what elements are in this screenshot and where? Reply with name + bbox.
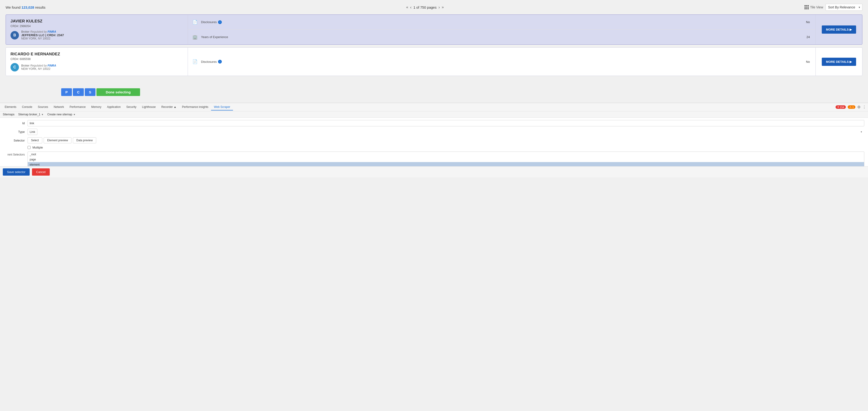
pagination: « ‹ 1 of 750 pages › » — [406, 5, 444, 10]
card-left-1: JAVIER KULESZ CRD#: 2986054 B Broker Reg… — [6, 15, 188, 45]
type-select[interactable]: Link — [28, 129, 37, 135]
c-selector-button[interactable]: C — [73, 88, 84, 96]
prev-page-button[interactable]: ‹ — [410, 5, 411, 10]
selector-label: Selector — [4, 139, 25, 142]
select-button[interactable]: Select — [28, 137, 42, 143]
broker-company-1: JEFFERIES LLC | CRD#: 2347 — [21, 33, 64, 37]
selector-row: Selector Select Element preview Data pre… — [4, 137, 864, 143]
s-selector-button[interactable]: S — [85, 88, 95, 96]
more-icon[interactable]: ⋮ — [862, 105, 866, 109]
disclosures-icon-2: 📄 — [192, 58, 198, 65]
ps-item-page[interactable]: page — [28, 157, 864, 162]
tab-recorder[interactable]: Recorder ▲ — [158, 104, 179, 111]
card-stats-2: 📄 Disclosures i No — [188, 48, 815, 76]
tab-application[interactable]: Application — [104, 104, 124, 111]
create-dropdown-icon: ▼ — [73, 113, 75, 116]
cancel-button[interactable]: Cancel — [32, 168, 50, 176]
result-card-1: JAVIER KULESZ CRD#: 2986054 B Broker Reg… — [6, 14, 862, 45]
page-info: 1 of 750 pages — [413, 5, 437, 9]
id-input[interactable] — [28, 120, 864, 126]
finra-link-2[interactable]: FINRA — [48, 64, 56, 67]
last-page-button[interactable]: » — [442, 5, 444, 9]
selector-buttons: Select Element preview Data preview — [28, 137, 864, 143]
multiple-checkbox[interactable] — [28, 146, 31, 149]
devtools-panel: Elements Console Sources Network Perform… — [0, 103, 868, 177]
info-badge-1[interactable]: i — [218, 20, 222, 24]
card-left-2: RICARDO E HERNANDEZ CRD#: 6085598 C Brok… — [6, 48, 188, 76]
parent-selectors-list[interactable]: _root page element link — [28, 152, 864, 166]
tab-network[interactable]: Network — [51, 104, 67, 111]
tile-view-label: Tile View — [810, 5, 823, 9]
broker-info-1: Broker Regulated by FINRA — [21, 30, 64, 33]
disclosures-icon-1: 📄 — [192, 19, 198, 25]
experience-stat-1: 🏢 Years of Experience 24 — [188, 30, 815, 45]
tab-console[interactable]: Console — [19, 104, 35, 111]
view-controls: Tile View Sort By Relevance — [805, 4, 862, 11]
broker-location-1: NEW YORK, NY 10022 — [21, 37, 64, 40]
broker-name-2: RICARDO E HERNANDEZ — [10, 52, 183, 57]
tab-performance[interactable]: Performance — [67, 104, 89, 111]
id-row: Id — [4, 120, 864, 126]
experience-icon-1: 🏢 — [192, 34, 198, 40]
broker-details-1: Broker Regulated by FINRA JEFFERIES LLC … — [21, 30, 64, 40]
sitemaps-link[interactable]: Sitemaps — [3, 113, 14, 116]
warn-count-badge: ⚠ 1 — [848, 105, 856, 109]
result-card-2: RICARDO E HERNANDEZ CRD#: 6085598 C Brok… — [6, 48, 862, 76]
broker-regulated-2: Regulated by — [30, 64, 48, 67]
ps-item-element[interactable]: element — [28, 162, 864, 166]
tab-sources[interactable]: Sources — [35, 104, 51, 111]
broker-row-1: B Broker Regulated by FINRA JEFFERIES LL… — [10, 30, 183, 40]
broker-type-1: Broker — [21, 30, 29, 33]
more-details-button-2[interactable]: MORE DETAILS ▶ — [822, 58, 856, 66]
sitemap-name-link[interactable]: Sitemap broker_1 ▼ — [18, 113, 44, 116]
broker-crd-2: CRD#: 6085598 — [10, 57, 183, 61]
sitemaps-bar: Sitemaps Sitemap broker_1 ▼ Create new s… — [0, 111, 868, 118]
devtools-tab-icons: ✕ 154 ⚠ 1 ⚙ ⋮ — [836, 105, 866, 109]
error-count-badge: ✕ 154 — [836, 105, 846, 109]
ps-item-root[interactable]: _root — [28, 152, 864, 157]
broker-info-2: Broker Regulated by FINRA — [21, 64, 56, 67]
results-count: 123,028 — [22, 5, 34, 9]
broker-regulated-1: Regulated by — [30, 30, 48, 33]
info-badge-2[interactable]: i — [218, 60, 222, 63]
data-preview-button[interactable]: Data preview — [73, 137, 96, 143]
finra-link-1[interactable]: FINRA — [48, 30, 56, 33]
disclosures-value-2: No — [806, 60, 810, 63]
parent-selectors-row: rent Selectors _root page element link — [4, 152, 864, 166]
broker-avatar-1: B — [10, 31, 19, 39]
more-details-button-1[interactable]: MORE DETAILS ▶ — [822, 25, 856, 34]
done-selecting-button[interactable]: Done selecting — [96, 88, 140, 96]
broker-row-2: C Broker Regulated by FINRA NEW YORK, NY… — [10, 63, 183, 71]
next-page-button[interactable]: › — [438, 5, 440, 10]
experience-value-1: 24 — [807, 35, 810, 39]
devtools-tabs: Elements Console Sources Network Perform… — [0, 103, 868, 111]
experience-label-1: Years of Experience — [201, 35, 804, 39]
broker-location-2: NEW YORK, NY 10022 — [21, 67, 56, 70]
devtools-form: Id Type Link Selector Select Element pre… — [0, 118, 868, 166]
sort-select[interactable]: Sort By Relevance — [826, 4, 862, 11]
grid-icon — [805, 5, 809, 9]
tab-security[interactable]: Security — [124, 104, 139, 111]
tab-web-scraper[interactable]: Web Scraper — [211, 104, 233, 111]
element-preview-button[interactable]: Element preview — [44, 137, 71, 143]
results-prefix: We found — [6, 5, 22, 9]
card-right-2: MORE DETAILS ▶ — [815, 48, 862, 76]
save-selector-button[interactable]: Save selector — [3, 168, 30, 176]
disclosures-label-2: Disclosures i — [201, 60, 803, 63]
tab-lighthouse[interactable]: Lighthouse — [139, 104, 158, 111]
settings-icon[interactable]: ⚙ — [857, 105, 861, 109]
broker-name-1: JAVIER KULESZ — [10, 19, 183, 24]
first-page-button[interactable]: « — [406, 5, 408, 9]
tab-performance-insights[interactable]: Performance insights — [179, 104, 211, 111]
type-row: Type Link — [4, 129, 864, 135]
card-stats-1: 📄 Disclosures i No 🏢 Years of Experience… — [188, 15, 815, 45]
p-selector-button[interactable]: P — [61, 88, 72, 96]
sitemap-dropdown-icon: ▼ — [41, 113, 44, 116]
tile-view-button[interactable]: Tile View — [805, 5, 823, 9]
create-sitemap-link[interactable]: Create new sitemap ▼ — [48, 113, 75, 116]
tab-elements[interactable]: Elements — [2, 104, 19, 111]
sort-wrapper: Sort By Relevance — [826, 4, 862, 11]
multiple-label[interactable]: Multiple — [32, 146, 43, 149]
id-label: Id — [4, 121, 25, 125]
tab-memory[interactable]: Memory — [89, 104, 104, 111]
